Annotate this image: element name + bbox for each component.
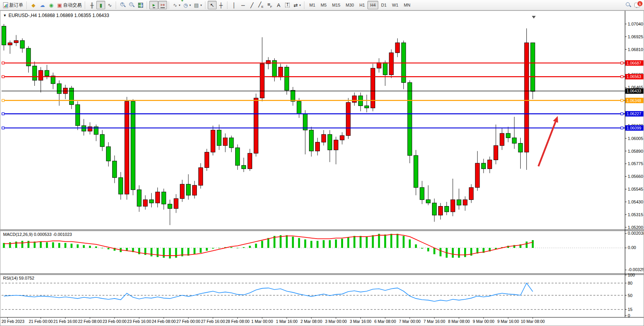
vertical-line-button[interactable]: │ (230, 1, 239, 9)
chart-canvas[interactable]: 1.070401.069251.068101.066951.065801.064… (0, 10, 644, 326)
macd-histogram-bar (237, 248, 239, 248)
auto-scroll-icon: ▸ (153, 2, 155, 8)
candle (75, 105, 80, 126)
macd-histogram-bar (175, 248, 177, 258)
signals-button[interactable]: ◉ (47, 1, 56, 9)
time-axis-label: 8 Mar 08:00 (448, 319, 470, 324)
macd-histogram-bar (200, 248, 202, 253)
timeframe-m1-button[interactable]: M1 (307, 1, 318, 9)
macd-histogram-bar (27, 241, 29, 248)
horizontal-line-button[interactable]: ─ (239, 1, 248, 9)
macd-histogram-bar (231, 247, 232, 248)
chart-shift-icon: ↦ (161, 2, 165, 8)
line-handle[interactable] (621, 127, 623, 129)
gold-badge-button[interactable]: ◆ (29, 1, 38, 9)
line-handle[interactable] (621, 75, 623, 78)
notification-badge: 1 (637, 1, 643, 7)
fibonacci-button[interactable]: ≡F (265, 1, 274, 9)
chart-candles-icon: ▮ (99, 3, 102, 8)
time-axis-label: 28 Feb 08:00 (225, 319, 249, 324)
macd-histogram-bar (403, 236, 405, 248)
crosshair-button[interactable]: ┼ (217, 1, 225, 9)
search-button[interactable] (624, 1, 633, 9)
line-handle[interactable] (2, 99, 4, 102)
candle (205, 152, 209, 167)
timeframe-h1-button[interactable]: H1 (357, 1, 367, 9)
macd-histogram-bar (58, 243, 60, 248)
line-handle[interactable] (2, 127, 4, 129)
macd-histogram-bar (40, 242, 42, 248)
macd-histogram-bar (46, 242, 48, 248)
line-handle[interactable] (2, 62, 4, 64)
equidistant-channel-button[interactable]: ╱E (256, 1, 265, 9)
community-button[interactable]: ☁ (38, 1, 47, 9)
macd-histogram-bar (138, 248, 140, 254)
macd-histogram-bar (193, 248, 195, 254)
chart-line-button[interactable]: ∿ (105, 1, 114, 9)
arrows-caret-icon[interactable]: ▾ (299, 3, 301, 7)
chart-bars-button[interactable]: ╫ (87, 1, 96, 9)
macd-histogram-bar (360, 236, 362, 248)
line-handle[interactable] (621, 62, 623, 64)
cursor-button[interactable]: ↖ (208, 1, 217, 9)
arrows-icon: ⇄ (294, 3, 298, 8)
chart-candles-button[interactable]: ▮ (96, 1, 105, 9)
price-tick-label: 1.05430 (628, 200, 643, 204)
periods-button[interactable]: ◷▾ (182, 1, 192, 9)
timeframe-d1-button[interactable]: D1 (378, 1, 389, 9)
text-label-button[interactable]: T (283, 1, 292, 9)
rsi-axis-label: 15 (628, 307, 632, 312)
auto-trading-button[interactable]: ▣自动交易 (56, 1, 83, 9)
zoom-out-button[interactable]: − (127, 1, 136, 9)
line-handle[interactable] (2, 113, 4, 115)
candle (285, 67, 289, 90)
new-order-button[interactable]: 新订单 (2, 1, 25, 9)
zoom-in-button[interactable]: + (118, 1, 127, 9)
candle (383, 63, 387, 75)
timeframe-mn-button[interactable]: MN (401, 1, 413, 9)
timeframe-m5-button[interactable]: M5 (318, 1, 329, 9)
indicators-button[interactable]: ∿+▾ (171, 1, 182, 9)
text-label-icon: T (285, 3, 290, 7)
macd-histogram-bar (347, 237, 349, 248)
timeframe-m15-button[interactable]: M15 (329, 1, 343, 9)
line-handle[interactable] (2, 75, 4, 78)
candle (334, 140, 338, 150)
candle (162, 192, 166, 204)
candle (242, 166, 246, 169)
svg-text:1.06433: 1.06433 (627, 89, 641, 93)
candle (119, 178, 123, 194)
equidistant-channel-icon: ╱E (258, 2, 263, 9)
periods-caret-icon[interactable]: ▾ (190, 3, 191, 7)
timeframe-m30-button[interactable]: M30 (343, 1, 357, 9)
macd-histogram-bar (458, 248, 460, 258)
timeframe-w1-button[interactable]: W1 (389, 1, 401, 9)
text-button[interactable]: A (274, 1, 283, 9)
candle (131, 101, 135, 190)
macd-histogram-bar (157, 248, 159, 257)
indicators-caret-icon[interactable]: ▾ (179, 3, 180, 7)
arrows-button[interactable]: ⇄▾ (292, 1, 302, 9)
tile-windows-button[interactable] (136, 1, 145, 9)
candle (149, 200, 154, 203)
macd-histogram-bar (261, 241, 263, 248)
rsi-axis-label: 80 (628, 281, 632, 285)
line-handle[interactable] (621, 113, 623, 115)
candle (297, 101, 301, 113)
chart-menu-icon[interactable]: ▼ (3, 14, 7, 17)
chart-bars-icon: ╫ (90, 3, 94, 8)
signals-icon: ◉ (49, 3, 53, 8)
candle (352, 96, 357, 102)
timeframe-h4-button[interactable]: H4 (367, 1, 378, 9)
templates-button[interactable]: ▤▾ (193, 1, 203, 9)
macd-histogram-bar (163, 248, 165, 258)
chart-shift-button[interactable]: ↦ (158, 1, 167, 9)
candle (168, 204, 172, 208)
macd-histogram-bar (218, 248, 220, 248)
auto-scroll-button[interactable]: ▸ (149, 1, 158, 9)
trendline-button[interactable]: ╱ (248, 1, 256, 9)
line-handle[interactable] (621, 99, 623, 102)
templates-caret-icon[interactable]: ▾ (200, 3, 202, 7)
alerts-button[interactable]: 1 (633, 1, 642, 9)
text-icon: A (277, 3, 280, 8)
